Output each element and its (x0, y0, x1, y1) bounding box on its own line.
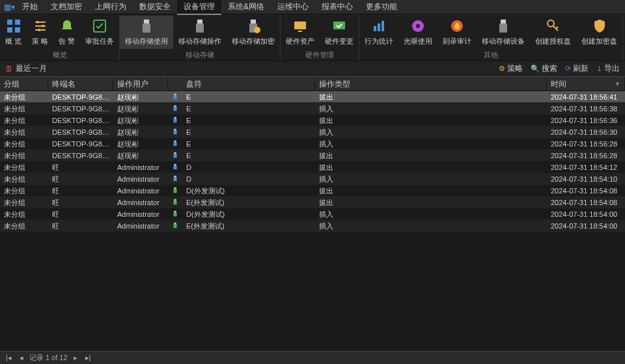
table-row[interactable]: 未分组DESKTOP-9G8NA80赵现彬E插入2024-07-31 18:56… (0, 138, 625, 150)
svg-rect-8 (144, 20, 149, 23)
table-row[interactable]: 未分组旺AdministratorE(外发测试)拔出2024-07-31 18:… (0, 197, 625, 208)
table-row[interactable]: 未分组DESKTOP-9G8NA80赵现彬E插入2024-07-31 18:56… (0, 126, 625, 138)
export-button[interactable]: ⤓ 导出 (596, 63, 620, 74)
cell-drive: D(外发测试) (182, 185, 315, 197)
refresh-icon: ⟳ (565, 64, 571, 73)
ribbon-btn-sliders-1[interactable]: 策 略 (27, 16, 53, 49)
cell-group: 未分组 (0, 208, 48, 220)
table-row[interactable]: 未分组旺AdministratorD插入2024-07-31 18:54:10 (0, 173, 625, 185)
menu-item-3[interactable]: 数据安全 (133, 0, 177, 15)
svg-rect-50 (174, 223, 177, 227)
cell-terminal: 旺 (48, 173, 113, 185)
menu-item-0[interactable]: 开始 (16, 0, 44, 15)
ribbon-btn-usb-1[interactable]: 移动存储操作 (173, 16, 227, 49)
dashboard-icon (6, 18, 21, 34)
cell-optype: 拔出 (315, 197, 547, 208)
cell-time: 2024-07-31 18:56:38 (547, 103, 625, 115)
ribbon-btn-disc-1[interactable]: 光驱使用 (398, 16, 438, 49)
pager-first[interactable]: |◂ (4, 354, 14, 362)
strategy-button[interactable]: ⚙ 策略 (499, 63, 523, 74)
column-header-time[interactable]: 时间▼ (547, 77, 625, 91)
svg-rect-32 (174, 118, 177, 122)
cell-terminal: 旺 (48, 185, 113, 197)
table-row[interactable]: 未分组旺AdministratorD(外发测试)拔出2024-07-31 18:… (0, 185, 625, 197)
ribbon-btn-burn-2[interactable]: 刻录审计 (438, 16, 477, 49)
cell-drive: D (182, 161, 315, 173)
svg-rect-41 (174, 175, 176, 176)
menu-item-4[interactable]: 设备管理 (177, 0, 221, 15)
table-row[interactable]: 未分组DESKTOP-9G8NA80赵现彬E拔出2024-07-31 18:56… (0, 115, 625, 126)
svg-rect-49 (174, 222, 176, 223)
table-row[interactable]: 未分组旺AdministratorD拔出2024-07-31 18:54:12 (0, 161, 625, 173)
table-row[interactable]: 未分组DESKTOP-9G8NA80赵现彬E拔出2024-07-31 18:56… (0, 91, 625, 103)
ribbon-btn-check-3[interactable]: 审批任务 (80, 16, 119, 49)
search-icon: 🔍 (531, 64, 540, 73)
ribbon-btn-stats-0[interactable]: 行为统计 (359, 16, 398, 49)
ribbon-btn-shield-5[interactable]: 创建加密盘 (576, 16, 622, 49)
ribbon: 概 览策 略告 警审批任务概览移动存储使用移动存储操作移动存储加密移动存储硬件资… (0, 14, 625, 61)
column-header-optype[interactable]: 操作类型 (315, 77, 547, 91)
cell-terminal: 旺 (48, 208, 113, 220)
cell-group: 未分组 (0, 185, 48, 197)
menu-item-2[interactable]: 上网行为 (89, 0, 133, 15)
ribbon-btn-usb-3[interactable]: 移动存储设备 (477, 16, 530, 49)
refresh-button[interactable]: ⟳ 刷新 (565, 63, 589, 74)
svg-rect-35 (174, 140, 176, 141)
ribbon-btn-label: 审批任务 (85, 36, 114, 46)
cell-terminal: DESKTOP-9G8NA80 (48, 138, 113, 150)
ribbon-btn-label: 光驱使用 (404, 36, 432, 46)
sliders-icon: ⚙ (499, 64, 505, 73)
ribbon-group-label: 其他 (359, 49, 622, 61)
ribbon-btn-asset-0[interactable]: 硬件资产 (281, 16, 320, 49)
menu-item-8[interactable]: 更多功能 (359, 0, 404, 15)
pager-prev[interactable]: ◂ (18, 354, 25, 362)
change-icon (331, 18, 347, 34)
ribbon-group-label: 硬件管理 (281, 49, 359, 61)
cell-time: 2024-07-31 18:56:41 (547, 91, 625, 103)
cell-optype: 插入 (315, 220, 547, 232)
table-row[interactable]: 未分组DESKTOP-9G8NA80赵现彬E拔出2024-07-31 18:56… (0, 150, 625, 161)
ribbon-btn-change-1[interactable]: 硬件变更 (320, 16, 359, 49)
ribbon-btn-label: 策 略 (32, 36, 48, 46)
column-header-terminal[interactable]: 终端名 (48, 77, 113, 91)
svg-rect-33 (174, 128, 176, 130)
column-header-group[interactable]: 分组 (0, 77, 48, 91)
cell-user: 赵现彬 (113, 103, 168, 115)
ribbon-btn-bell-2[interactable]: 告 警 (53, 16, 80, 49)
ribbon-btn-usb-0[interactable]: 移动存储使用 (120, 16, 173, 49)
menu-item-1[interactable]: 文档加密 (44, 0, 89, 15)
cell-drive: E (182, 91, 315, 103)
ribbon-btn-dashboard-0[interactable]: 概 览 (0, 16, 27, 49)
cell-optype: 插入 (315, 138, 547, 150)
svg-rect-31 (174, 117, 176, 118)
stats-icon (371, 18, 387, 34)
cell-terminal: DESKTOP-9G8NA80 (48, 91, 113, 103)
menu-item-6[interactable]: 运维中心 (271, 0, 315, 15)
menu-item-5[interactable]: 系统&网络 (221, 0, 271, 15)
app-menu-icon[interactable]: ▦▾ (3, 3, 16, 12)
search-button[interactable]: 🔍 搜索 (531, 63, 557, 74)
pager-next[interactable]: ▸ (72, 354, 79, 362)
table-row[interactable]: 未分组旺AdministratorD(外发测试)插入2024-07-31 18:… (0, 208, 625, 220)
cell-optype: 拔出 (315, 185, 547, 197)
recent-filter[interactable]: 最近一月 (16, 63, 47, 74)
ribbon-btn-key-4[interactable]: 创建授权盘 (530, 16, 576, 49)
column-header-drive[interactable]: 盘符 (182, 77, 315, 91)
cell-time: 2024-07-31 18:56:28 (547, 150, 625, 161)
cell-drive: E (182, 138, 315, 150)
svg-rect-43 (174, 187, 176, 188)
column-header-user[interactable]: 操作用户 (113, 77, 168, 91)
pager-last[interactable]: ▸| (83, 354, 93, 362)
cell-time: 2024-07-31 18:54:10 (547, 173, 625, 185)
cell-group: 未分组 (0, 126, 48, 138)
ribbon-btn-label: 移动存储设备 (482, 36, 525, 46)
menu-item-7[interactable]: 报表中心 (315, 0, 359, 15)
svg-rect-2 (7, 27, 12, 33)
record-indicator: 记录 1 of 12 (29, 353, 68, 363)
ribbon-btn-usb-lock-2[interactable]: 移动存储加密 (227, 16, 280, 49)
cell-optype: 插入 (315, 103, 547, 115)
svg-rect-0 (7, 20, 12, 25)
svg-rect-12 (251, 20, 256, 23)
table-row[interactable]: 未分组DESKTOP-9G8NA80赵现彬E插入2024-07-31 18:56… (0, 103, 625, 115)
table-row[interactable]: 未分组旺AdministratorE(外发测试)插入2024-07-31 18:… (0, 220, 625, 232)
